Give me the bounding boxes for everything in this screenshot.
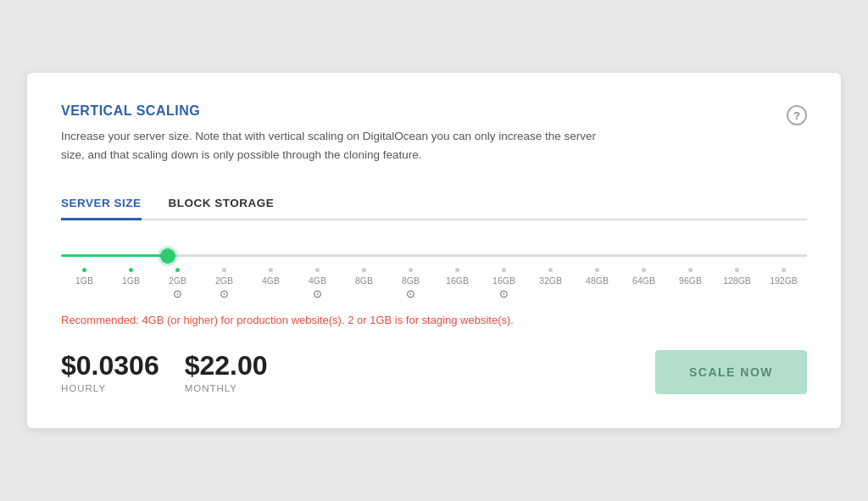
tick-label: 48GB xyxy=(586,276,609,286)
tick-2gb-selected: 2GB ⊙ xyxy=(154,268,201,300)
tick-dot xyxy=(409,268,413,272)
tick-dot xyxy=(455,268,459,272)
monthly-price-block: $22.00 MONTHLY xyxy=(185,350,268,393)
pricing-row: $0.0306 HOURLY $22.00 MONTHLY SCALE NOW xyxy=(61,350,807,394)
tick-label: 2GB xyxy=(215,276,233,286)
tick-label: 2GB xyxy=(169,276,186,286)
tick-48gb: 48GB xyxy=(574,268,620,300)
tick-1gb-b: 1GB xyxy=(108,268,154,300)
tick-dot xyxy=(735,268,739,272)
tick-dot xyxy=(315,268,320,272)
slider-section: 1GB 1GB 2GB ⊙ 2GB ⊙ 4GB xyxy=(61,246,807,300)
tick-1gb-a: 1GB xyxy=(61,268,108,300)
help-icon[interactable]: ? xyxy=(787,105,807,125)
hourly-label: HOURLY xyxy=(61,383,159,393)
tick-2gb-b: 2GB ⊙ xyxy=(201,268,248,300)
tick-label: 8GB xyxy=(355,276,373,286)
hourly-amount: $0.0306 xyxy=(61,350,159,381)
recommendation-text: Recommended: 4GB (or higher) for product… xyxy=(61,314,807,326)
monthly-label: MONTHLY xyxy=(185,383,268,393)
tab-server-size[interactable]: SERVER SIZE xyxy=(61,188,142,220)
tick-16gb-b: 16GB ⊙ xyxy=(481,268,527,300)
tick-label: 128GB xyxy=(723,276,751,286)
tick-label: 4GB xyxy=(262,276,280,286)
tick-dot xyxy=(782,268,786,272)
tick-32gb: 32GB xyxy=(527,268,574,300)
tick-64gb: 64GB xyxy=(620,268,667,300)
tick-128gb: 128GB xyxy=(714,268,760,300)
tick-dot xyxy=(688,268,693,272)
slider-track-row xyxy=(61,246,807,266)
slider-dots-row: 1GB 1GB 2GB ⊙ 2GB ⊙ 4GB xyxy=(61,268,807,300)
tick-192gb: 192GB xyxy=(760,268,807,300)
tick-dot xyxy=(82,268,86,272)
tick-icon: ⊙ xyxy=(173,287,182,300)
tick-4gb-b: 4GB ⊙ xyxy=(294,268,341,300)
tick-dot xyxy=(362,268,366,272)
tick-dot xyxy=(269,268,273,272)
tick-dot xyxy=(642,268,646,272)
tick-dot xyxy=(175,268,180,272)
tick-label: 16GB xyxy=(446,276,469,286)
monthly-amount: $22.00 xyxy=(185,350,268,381)
tick-label: 1GB xyxy=(75,276,93,286)
tick-dot xyxy=(502,268,506,272)
card-description: Increase your server size. Note that wit… xyxy=(61,127,604,164)
scale-now-button[interactable]: SCALE NOW xyxy=(655,350,807,394)
tick-label: 96GB xyxy=(679,276,702,286)
tick-label: 32GB xyxy=(539,276,562,286)
tick-label: 16GB xyxy=(492,276,515,286)
tick-96gb: 96GB xyxy=(667,268,714,300)
tick-8gb-a: 8GB xyxy=(341,268,387,300)
tick-label: 64GB xyxy=(632,276,655,286)
tick-label: 4GB xyxy=(309,276,326,286)
slider-track-fill xyxy=(61,254,168,257)
tick-dot xyxy=(129,268,133,272)
tab-block-storage[interactable]: BLOCK STORAGE xyxy=(169,188,275,219)
tick-icon: ⊙ xyxy=(406,287,415,300)
tick-icon: ⊙ xyxy=(220,287,229,300)
hourly-price-block: $0.0306 HOURLY xyxy=(61,350,159,393)
tick-dot xyxy=(595,268,599,272)
tick-icon: ⊙ xyxy=(499,287,509,300)
tick-dot xyxy=(222,268,226,272)
tick-4gb-a: 4GB xyxy=(248,268,294,300)
tick-label: 1GB xyxy=(122,276,140,286)
tick-label: 192GB xyxy=(770,276,798,286)
header-text: VERTICAL SCALING Increase your server si… xyxy=(61,103,604,164)
tick-label: 8GB xyxy=(402,276,420,286)
tabs-bar: SERVER SIZE BLOCK STORAGE xyxy=(61,188,807,220)
card-title: VERTICAL SCALING xyxy=(61,103,604,119)
slider-thumb[interactable] xyxy=(160,248,175,264)
tick-16gb-a: 16GB xyxy=(434,268,481,300)
tick-dot xyxy=(548,268,553,272)
vertical-scaling-card: VERTICAL SCALING Increase your server si… xyxy=(27,73,841,427)
tick-8gb-b: 8GB ⊙ xyxy=(387,268,434,300)
tick-icon: ⊙ xyxy=(313,287,322,300)
card-header: VERTICAL SCALING Increase your server si… xyxy=(61,103,807,164)
